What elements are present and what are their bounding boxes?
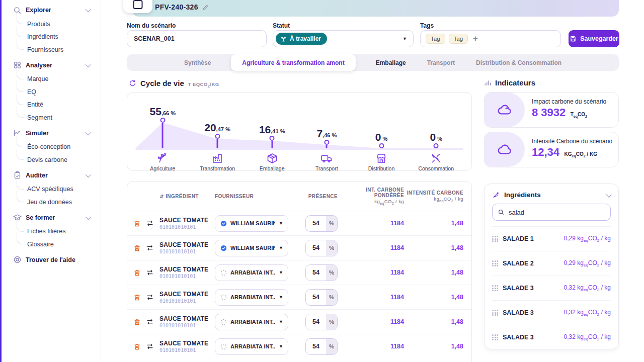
sidebar-item-acv-specifiques[interactable]: ACV spécifiques	[0, 183, 101, 196]
chevron-down-icon[interactable]	[86, 61, 91, 67]
sidebar-item-se-former[interactable]: Se former	[0, 210, 101, 225]
presence-input[interactable]	[306, 240, 326, 256]
app-window: Explorer Produits Ingrédients	[0, 0, 644, 362]
sidebar-item-fiches-filieres[interactable]: Fiches filières	[0, 225, 101, 238]
delete-row-button[interactable]	[133, 318, 141, 326]
sidebar-item-jeu-de-donnees[interactable]: Jeu de données	[0, 196, 101, 209]
sidebar-item-trouver-de-l-aide[interactable]: Trouver de l'aide	[0, 252, 101, 267]
add-tag-button[interactable]: +	[473, 34, 478, 44]
tab-synthese[interactable]: Synthèse	[183, 54, 212, 71]
delete-row-button[interactable]	[133, 294, 141, 301]
tab-bar: Synthèse Agriculture & transformation am…	[127, 54, 619, 71]
stage-label: Emballage	[260, 165, 285, 171]
tag-chip[interactable]: Tag	[426, 34, 445, 44]
swap-icon[interactable]	[146, 342, 154, 350]
supplier-select[interactable]: ARRABIATA INT... ▼	[215, 314, 288, 330]
presence-input[interactable]	[306, 339, 326, 354]
chevron-down-icon[interactable]	[86, 171, 91, 177]
sidebar-item-label: Produits	[27, 21, 50, 28]
drag-handle-icon[interactable]	[492, 310, 498, 316]
col-ingredient[interactable]: Ingrédient	[159, 194, 215, 199]
sidebar-item-devis-carbone[interactable]: Devis carbone	[0, 153, 101, 166]
sidebar-item-simuler[interactable]: Simuler	[0, 126, 101, 141]
supplier-select[interactable]: ARRABIATA INT... ▼	[215, 264, 288, 281]
chevron-down-icon[interactable]	[86, 7, 91, 12]
scenario-type-card	[123, 0, 152, 13]
chevron-down-icon[interactable]	[606, 192, 611, 197]
tab-emballage[interactable]: Emballage	[375, 54, 407, 71]
supplier-select[interactable]: ARRABIATA INT... ▼	[215, 338, 288, 355]
supplier-name: ARRABIATA INT...	[230, 269, 275, 276]
main-content: PFV-240-326 Nom du scénario Statut Tags …	[101, 0, 644, 362]
sidebar-item-fournisseurs[interactable]: Fournisseurs	[0, 43, 101, 56]
table-row: SAUCE TOMATE 010101010101 WILLIAM SAURIN…	[127, 235, 471, 260]
supplier-select[interactable]: WILLIAM SAURIN ▼	[215, 215, 288, 232]
col-intensity: Intensité carbone kgeqCO2 / kg	[404, 190, 463, 203]
intensity-value: 12,34	[532, 146, 559, 158]
sidebar-item-label: Jeu de données	[27, 199, 72, 206]
caret-down-icon: ▼	[279, 221, 283, 226]
sidebar-item-ingredients[interactable]: Ingrédients	[0, 31, 101, 44]
tab-agriculture-transformation-amont[interactable]: Agriculture & transformation amont	[231, 54, 355, 71]
list-item[interactable]: SALADE 1 0,29 kgeqCO2 / kg	[492, 226, 611, 251]
sidebar-item-analyser[interactable]: Analyser	[0, 58, 101, 73]
delete-row-button[interactable]	[133, 269, 141, 277]
sprout-icon	[280, 36, 287, 42]
presence-input[interactable]	[306, 314, 326, 330]
save-button[interactable]: Sauvegarder	[569, 30, 619, 47]
scenario-id: PFV-240-326	[155, 3, 209, 11]
sidebar-item-eco-conception[interactable]: Éco-conception	[0, 141, 101, 154]
list-item[interactable]: SALADE 2 0,29 kgeqCO2 / kg	[492, 251, 611, 276]
sidebar-item-marque[interactable]: Marque	[0, 73, 101, 86]
chevron-down-icon[interactable]	[86, 214, 91, 219]
drag-handle-icon[interactable]	[492, 334, 498, 340]
supplier-select[interactable]: WILLIAM SAURIN ▼	[215, 240, 288, 256]
ingredient-search-input[interactable]	[509, 209, 605, 216]
sidebar-item-segment[interactable]: Segment	[0, 111, 101, 124]
presence-input[interactable]	[306, 216, 326, 231]
status-select[interactable]: À travailler ▼	[273, 30, 414, 47]
list-item[interactable]: SALADE 3 0,32 kgeqCO2 / kg	[492, 276, 611, 300]
stage-label: Agriculture	[150, 165, 175, 171]
drag-handle-icon[interactable]	[492, 260, 498, 266]
drag-handle-icon[interactable]	[492, 236, 498, 242]
weighted-value: 1184	[338, 318, 404, 325]
chevron-down-icon[interactable]	[86, 129, 91, 135]
swap-icon[interactable]	[146, 219, 154, 227]
caret-down-icon: ▼	[279, 295, 283, 300]
chart-value-label: 55,66 %	[150, 106, 176, 118]
ingredients-panel-title: Ingrédients	[504, 191, 541, 199]
drag-handle-icon[interactable]	[492, 285, 498, 291]
sidebar-item-auditer[interactable]: Auditer	[0, 168, 101, 183]
tag-chip[interactable]: Tag	[449, 34, 468, 44]
sort-icon[interactable]	[159, 194, 164, 199]
ingredient-code: 010101010101	[159, 347, 215, 353]
lifecycle-unit: T EQCO2/KG	[188, 81, 219, 88]
pencil-icon[interactable]	[202, 4, 209, 11]
swap-icon[interactable]	[146, 293, 154, 301]
delete-row-button[interactable]	[133, 343, 141, 350]
tab-distribution-consommation[interactable]: Distribution & Consommation	[475, 54, 562, 71]
sidebar-item-eq[interactable]: EQ	[0, 85, 101, 99]
caret-down-icon: ▼	[279, 245, 283, 250]
sidebar-item-explorer[interactable]: Explorer	[0, 3, 101, 18]
swap-icon[interactable]	[146, 318, 154, 326]
tab-transport[interactable]: Transport	[426, 54, 456, 71]
pending-badge-icon	[220, 318, 227, 326]
scenario-name-input[interactable]	[127, 31, 266, 47]
pending-badge-icon	[220, 343, 227, 350]
sidebar-item-glossaire[interactable]: Glossaire	[0, 238, 101, 251]
sidebar-item-entite[interactable]: Entité	[0, 99, 101, 112]
presence-input[interactable]	[306, 290, 326, 305]
swap-icon[interactable]	[146, 268, 154, 277]
list-item[interactable]: SALADE 3 0,32 kgeqCO2 / kg	[492, 325, 611, 349]
swap-icon[interactable]	[146, 244, 154, 252]
caret-down-icon: ▼	[279, 270, 283, 275]
list-item[interactable]: SALADE 3 0,32 kgeqCO2 / kg	[492, 300, 611, 325]
supplier-select[interactable]: ARRABIATA INT... ▼	[215, 289, 288, 306]
ingredient-code: 010101010101	[159, 224, 215, 230]
sidebar-item-produits[interactable]: Produits	[0, 18, 101, 31]
delete-row-button[interactable]	[133, 220, 141, 227]
delete-row-button[interactable]	[133, 244, 141, 252]
presence-input[interactable]	[306, 265, 326, 281]
